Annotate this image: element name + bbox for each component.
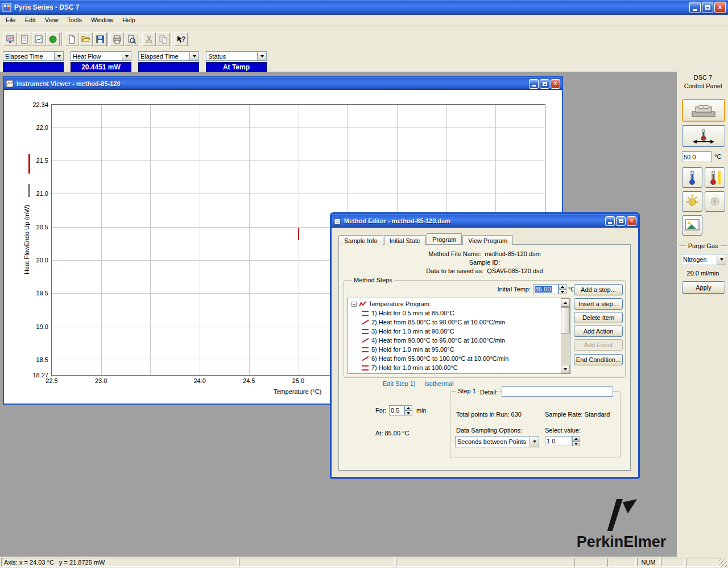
tree-item[interactable]: 5) Hold for 1.0 min at 95.00°C [349, 345, 454, 354]
menu-tools[interactable]: Tools [63, 15, 86, 24]
tab-initial-state[interactable]: Initial State [384, 235, 426, 245]
chevron-down-icon[interactable] [717, 254, 726, 265]
restore-button[interactable] [540, 79, 549, 89]
step-label: 6) Heat from 95.00°C to 100.00°C at 10.0… [371, 355, 508, 362]
spin-up-icon[interactable] [572, 436, 580, 441]
tab-view-program[interactable]: View Program [462, 235, 513, 245]
start-button[interactable] [46, 32, 60, 46]
snapshot-button[interactable] [682, 215, 702, 236]
menu-help[interactable]: Help [118, 15, 140, 24]
sampling-options-combo[interactable]: Seconds between Points [455, 436, 539, 447]
monitor-4-selector[interactable]: Status [206, 51, 267, 61]
spin-down-icon[interactable] [404, 410, 412, 415]
furnace-button[interactable] [682, 99, 725, 122]
tree-root-label: Temperature Program [369, 301, 429, 307]
maximize-button[interactable] [702, 2, 713, 13]
minimize-button[interactable] [605, 216, 615, 226]
resize-grip[interactable] [719, 559, 727, 567]
chevron-down-icon[interactable] [257, 52, 266, 60]
menu-file[interactable]: File [1, 15, 20, 24]
tree-item[interactable]: 6) Heat from 95.00°C to 100.00°C at 10.0… [349, 354, 508, 363]
tab-program[interactable]: Program [427, 233, 462, 244]
hold-step-icon [362, 347, 369, 352]
copy-button[interactable] [156, 32, 170, 46]
save-button[interactable] [93, 32, 107, 46]
spin-down-icon[interactable] [559, 289, 566, 294]
app-title: Pyris Series - DSC 7 [14, 3, 687, 11]
monitor-3-selector[interactable]: Elapsed Time [138, 51, 199, 61]
menu-edit[interactable]: Edit [20, 15, 40, 24]
scroll-thumb[interactable] [561, 307, 570, 334]
tree-root-row[interactable]: Temperature Program [349, 299, 429, 308]
spin-down-icon[interactable] [572, 441, 580, 446]
step-label: 5) Hold for 1.0 min at 95.00°C [371, 346, 454, 353]
scroll-up-icon[interactable] [561, 298, 570, 307]
sampling-options-label: Data Sampling Options: [456, 427, 522, 434]
maximize-button[interactable] [616, 216, 626, 226]
chevron-down-icon[interactable] [530, 437, 539, 447]
add-step-button[interactable]: Add a step... [574, 284, 623, 295]
tree-item[interactable]: 4) Heat from 90.00°C to 95.00°C at 10.00… [349, 336, 505, 345]
spin-up-icon[interactable] [559, 284, 566, 289]
lamp-off-button[interactable] [705, 191, 725, 212]
toolbar-separator [107, 32, 109, 46]
close-button[interactable]: × [551, 79, 560, 89]
new-button[interactable] [65, 32, 78, 46]
for-input[interactable] [389, 405, 404, 415]
scroll-down-icon[interactable] [561, 365, 570, 373]
lamp-on-button[interactable] [682, 191, 702, 212]
app-titlebar[interactable]: Pyris Series - DSC 7 × [0, 0, 728, 15]
collapse-icon[interactable] [351, 302, 357, 307]
insert-step-button[interactable]: Insert a step... [574, 298, 623, 310]
initial-temp-field[interactable]: 85.00 [533, 284, 559, 294]
step-label: 7) Hold for 1.0 min at 100.00°C [371, 364, 458, 371]
purge-gas-combo[interactable]: Nitrogen [681, 254, 726, 265]
report-button[interactable] [18, 32, 31, 46]
apply-button[interactable]: Apply [682, 281, 725, 294]
monitor-1-selector[interactable]: Elapsed Time [3, 51, 64, 61]
instrument-button[interactable] [3, 32, 17, 46]
select-value-input[interactable] [545, 436, 572, 446]
chevron-down-icon[interactable] [54, 52, 63, 60]
tree-item[interactable]: 3) Hold for 1.0 min at 90.00°C [349, 327, 454, 336]
print-button[interactable] [110, 32, 124, 46]
minimize-button[interactable] [529, 79, 539, 89]
menu-window[interactable]: Window [86, 15, 118, 24]
minimize-button[interactable] [689, 2, 701, 13]
sample-thermometer-button[interactable] [682, 167, 702, 188]
monitor-4-value: At Temp [206, 62, 267, 72]
monitor-2-selector[interactable]: Heat Flow [71, 51, 131, 61]
tree-item[interactable]: 1) Hold for 0.5 min at 85.00°C [349, 308, 454, 318]
tree-scrollbar[interactable] [561, 298, 570, 373]
context-help-button[interactable]: ? [174, 32, 188, 46]
tree-item[interactable]: 2) Heat from 85.00°C to 90.00°C at 10.00… [349, 318, 505, 327]
tree-item[interactable]: 7) Hold for 1.0 min at 100.00°C [349, 363, 458, 372]
tab-sample-info[interactable]: Sample Info [338, 235, 383, 245]
chevron-down-icon[interactable] [122, 52, 131, 60]
gridline [101, 105, 102, 375]
x-axis-title: Temperature (°C) [274, 388, 321, 395]
open-button[interactable] [79, 32, 93, 46]
menu-view[interactable]: View [40, 15, 63, 24]
curves-button[interactable] [32, 32, 46, 46]
print-preview-button[interactable] [125, 32, 138, 46]
delete-item-button[interactable]: Delete Item [574, 312, 623, 323]
setpoint-input[interactable] [682, 151, 712, 162]
cut-button[interactable] [142, 32, 156, 46]
viewer-titlebar[interactable]: Instrument Viewer - method-85-120 × [4, 77, 562, 90]
initial-temp-spinner[interactable] [559, 284, 566, 294]
close-button[interactable]: × [714, 2, 726, 13]
add-action-button[interactable]: Add Action [574, 326, 623, 337]
method-steps-tree[interactable]: Temperature Program 1) Hold for 0.5 min … [348, 298, 570, 374]
spin-up-icon[interactable] [404, 405, 412, 410]
select-value-spinner[interactable] [572, 436, 580, 446]
chevron-down-icon[interactable] [189, 52, 198, 60]
goto-temperature-button[interactable] [682, 125, 725, 147]
for-spinner[interactable] [404, 405, 412, 415]
program-tab-panel: Method File Name: method-85-120.dsm Samp… [338, 244, 631, 471]
reference-thermometer-button[interactable] [705, 167, 725, 188]
end-condition-button[interactable]: End Condition... [574, 354, 623, 365]
close-button[interactable]: × [627, 216, 636, 226]
method-editor-titlebar[interactable]: Method Editor - method-85-120.dsm × [332, 214, 638, 228]
detail-input[interactable] [502, 386, 613, 397]
